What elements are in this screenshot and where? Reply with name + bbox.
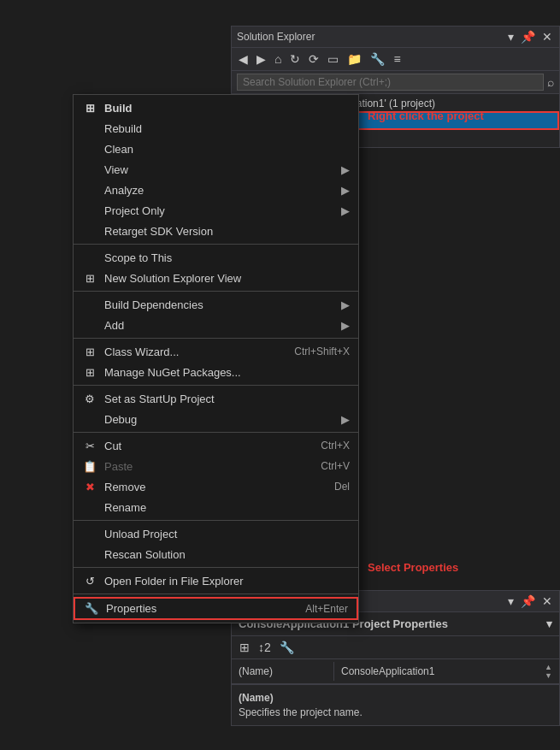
build-deps-label: Build Dependencies bbox=[104, 298, 334, 311]
menu-item-add[interactable]: Add ▶ bbox=[74, 315, 358, 335]
menu-item-class-wizard[interactable]: ⊞ Class Wizard... Ctrl+Shift+X bbox=[74, 341, 358, 362]
prop-close-icon[interactable]: ✕ bbox=[540, 594, 554, 608]
prop-value-arrows[interactable]: ▲ ▼ bbox=[545, 663, 552, 680]
cut-shortcut: Ctrl+X bbox=[304, 440, 350, 452]
right-click-label: Right click the project bbox=[368, 109, 484, 122]
prop-up-arrow[interactable]: ▲ bbox=[545, 663, 552, 671]
prop-sort-btn[interactable]: ↕2 bbox=[256, 639, 274, 656]
menu-item-unload[interactable]: Unload Project bbox=[74, 523, 358, 544]
menu-item-retarget-sdk[interactable]: Retarget SDK Version bbox=[74, 221, 358, 241]
view-arrow: ▶ bbox=[341, 163, 350, 176]
view-label: View bbox=[104, 163, 334, 176]
solution-explorer-title: Solution Explorer bbox=[237, 31, 506, 43]
menu-item-paste[interactable]: 📋 Paste Ctrl+V bbox=[74, 456, 358, 476]
class-wizard-shortcut: Ctrl+Shift+X bbox=[277, 345, 350, 357]
nuget-label: Manage NuGet Packages... bbox=[104, 366, 350, 379]
back-btn[interactable]: ◀ bbox=[235, 50, 251, 68]
add-arrow: ▶ bbox=[341, 319, 350, 332]
remove-label: Remove bbox=[104, 481, 310, 493]
prop-pin-icon[interactable]: ▾ bbox=[506, 594, 516, 608]
menu-item-build-deps[interactable]: Build Dependencies ▶ bbox=[74, 294, 358, 315]
debug-arrow: ▶ bbox=[341, 413, 350, 426]
separator-6 bbox=[74, 520, 358, 521]
rebuild-label: Rebuild bbox=[104, 122, 350, 135]
prop-category-btn[interactable]: ⊞ bbox=[237, 639, 252, 656]
prop-name-row: (Name) ConsoleApplication1 ▲ ▼ bbox=[232, 659, 559, 684]
context-menu: ⊞ Build Rebuild Clean View ▶ Analyze ▶ P… bbox=[73, 94, 359, 623]
scope-label: Scope to This bbox=[104, 251, 350, 264]
prop-name-col: (Name) bbox=[232, 662, 334, 681]
paste-shortcut: Ctrl+V bbox=[304, 460, 350, 472]
menu-item-open-folder[interactable]: ↺ Open Folder in File Explorer bbox=[74, 570, 358, 591]
prop-value-text: ConsoleApplication1 bbox=[341, 665, 434, 677]
menu-item-properties[interactable]: 🔧 Properties Alt+Enter bbox=[74, 597, 358, 620]
menu-item-scope[interactable]: Scope to This bbox=[74, 247, 358, 268]
properties-label: Properties bbox=[106, 602, 281, 615]
solution-explorer-toolbar: ◀ ▶ ⌂ ↻ ⟳ ▭ 📁 🔧 ≡ bbox=[232, 48, 559, 71]
menu-item-rebuild[interactable]: Rebuild bbox=[74, 118, 358, 139]
menu-item-new-solution-view[interactable]: ⊞ New Solution Explorer View bbox=[74, 268, 358, 288]
separator-8 bbox=[74, 594, 358, 594]
class-wizard-label: Class Wizard... bbox=[104, 345, 270, 358]
add-label: Add bbox=[104, 319, 334, 332]
project-only-label: Project Only bbox=[104, 204, 334, 217]
analyze-arrow: ▶ bbox=[341, 184, 350, 197]
cut-label: Cut bbox=[104, 440, 297, 452]
set-startup-label: Set as StartUp Project bbox=[104, 393, 350, 405]
search-row: ⌕ bbox=[232, 71, 559, 94]
view-toggle-btn[interactable]: ≡ bbox=[390, 50, 404, 68]
search-icon[interactable]: ⌕ bbox=[547, 75, 554, 89]
menu-item-rename[interactable]: Rename bbox=[74, 497, 358, 517]
new-solution-view-icon: ⊞ bbox=[82, 272, 97, 285]
menu-item-nuget[interactable]: ⊞ Manage NuGet Packages... bbox=[74, 362, 358, 382]
menu-item-remove[interactable]: ✖ Remove Del bbox=[74, 476, 358, 497]
prop-down-arrow[interactable]: ▼ bbox=[545, 671, 552, 680]
prop-header-arrow[interactable]: ▾ bbox=[546, 617, 552, 630]
prop-value-col: ConsoleApplication1 ▲ ▼ bbox=[334, 659, 559, 683]
menu-item-debug[interactable]: Debug ▶ bbox=[74, 409, 358, 429]
close-icon[interactable]: ✕ bbox=[540, 30, 554, 44]
settings-btn[interactable]: 🔧 bbox=[367, 50, 388, 68]
build-icon: ⊞ bbox=[82, 102, 97, 115]
sync-btn[interactable]: ↻ bbox=[286, 50, 304, 68]
refresh-btn[interactable]: ⟳ bbox=[305, 50, 322, 68]
separator-4 bbox=[74, 385, 358, 386]
home-btn[interactable]: ⌂ bbox=[271, 50, 285, 68]
menu-item-rescan[interactable]: Rescan Solution bbox=[74, 544, 358, 564]
properties-icon: 🔧 bbox=[84, 602, 99, 615]
menu-item-set-startup[interactable]: ⚙ Set as StartUp Project bbox=[74, 388, 358, 409]
remove-icon: ✖ bbox=[82, 481, 97, 493]
clean-label: Clean bbox=[104, 143, 350, 156]
menu-item-build[interactable]: ⊞ Build bbox=[74, 97, 358, 118]
menu-item-project-only[interactable]: Project Only ▶ bbox=[74, 200, 358, 221]
prop-dock-icon[interactable]: 📌 bbox=[519, 594, 537, 608]
class-wizard-icon: ⊞ bbox=[82, 345, 97, 358]
prop-toolbar: ⊞ ↕2 🔧 bbox=[232, 636, 559, 659]
collapse-btn[interactable]: ▭ bbox=[324, 50, 342, 68]
new-folder-btn[interactable]: 📁 bbox=[344, 50, 365, 68]
prop-pages-btn[interactable]: 🔧 bbox=[277, 639, 297, 656]
menu-item-clean[interactable]: Clean bbox=[74, 139, 358, 159]
dock-icon[interactable]: 📌 bbox=[519, 30, 537, 44]
project-only-arrow: ▶ bbox=[341, 204, 350, 217]
retarget-sdk-label: Retarget SDK Version bbox=[104, 225, 350, 238]
set-startup-icon: ⚙ bbox=[82, 393, 97, 405]
pin-icon[interactable]: ▾ bbox=[506, 30, 516, 44]
rename-label: Rename bbox=[104, 501, 350, 514]
separator-7 bbox=[74, 567, 358, 568]
separator-5 bbox=[74, 432, 358, 433]
separator-1 bbox=[74, 244, 358, 245]
menu-item-analyze[interactable]: Analyze ▶ bbox=[74, 180, 358, 200]
menu-item-cut[interactable]: ✂ Cut Ctrl+X bbox=[74, 435, 358, 456]
properties-shortcut: Alt+Enter bbox=[288, 603, 348, 615]
menu-item-view[interactable]: View ▶ bbox=[74, 159, 358, 180]
nuget-icon: ⊞ bbox=[82, 366, 97, 379]
forward-btn[interactable]: ▶ bbox=[253, 50, 269, 68]
open-folder-icon: ↺ bbox=[82, 575, 97, 588]
separator-2 bbox=[74, 291, 358, 292]
build-label: Build bbox=[104, 102, 350, 115]
unload-label: Unload Project bbox=[104, 528, 350, 540]
search-input[interactable] bbox=[237, 74, 544, 91]
paste-label: Paste bbox=[104, 460, 297, 473]
prop-project-label: Project Properties bbox=[352, 617, 448, 630]
